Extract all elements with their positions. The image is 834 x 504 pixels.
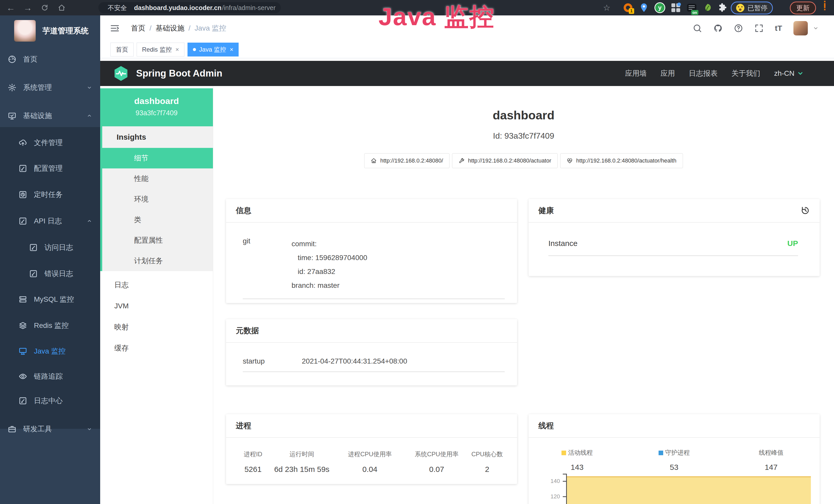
fullscreen-icon[interactable] <box>754 24 764 33</box>
divider <box>243 299 505 299</box>
sba-logo-icon[interactable] <box>112 65 129 82</box>
search-icon[interactable] <box>693 24 702 33</box>
sba-item-classes[interactable]: 类 <box>102 209 213 230</box>
forward-icon[interactable]: → <box>22 0 34 16</box>
sba-content: dashboard Id: 93a3fc7f7409 http://192.16… <box>213 86 834 504</box>
breadcrumb-current: Java 监控 <box>195 23 226 33</box>
sidebar-item-devtools[interactable]: 研发工具 <box>0 417 100 441</box>
infra-monitor-icon <box>8 111 17 120</box>
sba-item-details[interactable]: 细节 <box>102 148 213 168</box>
health-row: Instance UP <box>529 223 820 248</box>
sidebar-item-system[interactable]: 系统管理 <box>0 76 100 99</box>
navbar-actions: tT <box>693 16 818 41</box>
sba-item-caches[interactable]: 缓存 <box>100 338 213 359</box>
sba-nav-wallboard[interactable]: 应用墙 <box>625 69 647 78</box>
back-icon[interactable]: ← <box>5 0 17 16</box>
sidebar-item-redis-monitor[interactable]: Redis 监控 <box>0 314 100 337</box>
hamburger-icon[interactable] <box>110 23 120 33</box>
url-domain: dashboard.yudao.iocoder.cn <box>134 4 221 12</box>
sidebar-item-api-log[interactable]: API 日志 <box>0 209 100 233</box>
sidebar-item-infra[interactable]: 基础设施 <box>0 104 100 128</box>
chevron-down-icon <box>797 70 804 77</box>
schedule-clock-icon <box>19 190 27 199</box>
breadcrumb-infra[interactable]: 基础设施 <box>156 23 184 33</box>
sidebar-item-home[interactable]: 首页 <box>0 47 100 71</box>
extension-pin-icon[interactable] <box>639 3 649 13</box>
close-icon[interactable]: × <box>229 46 233 53</box>
browser-chrome: ← → 不安全 dashboard.yudao.iocoder.cn /infr… <box>0 0 834 16</box>
caret-down-icon[interactable] <box>813 25 818 31</box>
extension-y-icon[interactable]: y <box>655 3 665 13</box>
locale-selector[interactable]: zh-CN <box>774 69 804 77</box>
help-icon[interactable] <box>734 24 743 33</box>
sidebar-item-mysql-monitor[interactable]: MySQL 监控 <box>0 288 100 311</box>
home-icon[interactable] <box>56 0 68 16</box>
chevron-up-icon <box>86 113 92 119</box>
user-avatar[interactable] <box>793 21 808 36</box>
app-logo-row[interactable]: 芋道管理系统 <box>14 19 89 43</box>
edit-square-icon <box>19 217 27 225</box>
home-icon <box>371 158 377 164</box>
tab-redis-monitor[interactable]: Redis 监控 × <box>137 43 184 56</box>
font-size-icon[interactable]: tT <box>775 24 782 32</box>
daemon-threads-value: 53 <box>626 463 723 472</box>
extension-orange-icon[interactable]: 1 <box>623 3 633 13</box>
sba-nav-about[interactable]: 关于我们 <box>731 69 760 78</box>
extension-puzzle-icon[interactable] <box>717 3 728 13</box>
github-icon[interactable] <box>713 24 723 33</box>
sba-sidebar: dashboard 93a3fc7f7409 Insights 细节 性能 环境… <box>100 86 213 504</box>
sidebar-item-access-log[interactable]: 访问日志 <box>0 236 100 259</box>
extension-leaf-icon[interactable] <box>702 3 713 13</box>
threads-card-title: 线程 <box>529 414 820 438</box>
process-card: 进程 进程ID 运行时间 进程CPU使用率 系统CPU使用率 CPU核心数 52… <box>226 414 517 484</box>
reload-icon[interactable] <box>39 0 51 16</box>
sidebar-item-java-monitor[interactable]: Java 监控 <box>0 339 100 363</box>
history-icon[interactable] <box>800 206 810 215</box>
sba-item-metrics[interactable]: 性能 <box>102 168 213 189</box>
sba-item-scheduled[interactable]: 计划任务 <box>102 251 213 271</box>
extension-on-icon[interactable]: on <box>686 3 697 13</box>
active-threads-value: 143 <box>529 463 626 472</box>
status-badge: UP <box>787 239 798 248</box>
sba-nav-applications[interactable]: 应用 <box>661 69 675 78</box>
sba-nav-journal[interactable]: 日志报表 <box>689 69 718 78</box>
threads-legend: 活动线程 守护进程 线程峰值 <box>529 449 820 457</box>
sidebar-item-file-manage[interactable]: 文件管理 <box>0 131 100 155</box>
tab-java-monitor[interactable]: Java 监控 × <box>188 43 239 56</box>
divider <box>243 371 505 372</box>
info-key: git <box>243 237 291 293</box>
axis-tick <box>563 474 566 475</box>
browser-menu-icon[interactable]: ⋮⋮ <box>821 2 826 9</box>
sba-item-jvm[interactable]: JVM <box>100 296 213 317</box>
sba-item-environment[interactable]: 环境 <box>102 189 213 209</box>
threads-card: 线程 活动线程 守护进程 线程峰值 143 53 147 140 120 100 <box>529 414 820 504</box>
sidebar-item-scheduled-tasks[interactable]: 定时任务 <box>0 183 100 206</box>
peak-threads-value: 147 <box>723 463 820 472</box>
sba-item-logs[interactable]: 日志 <box>100 274 213 296</box>
extension-grid-icon[interactable] <box>671 3 681 13</box>
sba-item-config-props[interactable]: 配置属性 <box>102 230 213 251</box>
sidebar-item-trace[interactable]: 链路追踪 <box>0 365 100 388</box>
actuator-url-button[interactable]: http://192.168.0.2:48080/actuator <box>452 153 557 168</box>
sba-brand-title[interactable]: Spring Boot Admin <box>136 68 222 79</box>
close-icon[interactable]: × <box>175 46 179 53</box>
address-bar[interactable]: 不安全 dashboard.yudao.iocoder.cn /infra/ad… <box>98 2 281 13</box>
app-title: 芋道管理系统 <box>42 26 89 36</box>
bookmark-star-icon[interactable]: ☆ <box>600 0 613 16</box>
instance-header[interactable]: dashboard 93a3fc7f7409 <box>100 88 213 126</box>
health-url-button[interactable]: http://192.168.0.2:48080/actuator/health <box>560 153 683 168</box>
sidebar-item-log-center[interactable]: 日志中心 <box>0 389 100 413</box>
tab-home[interactable]: 首页 <box>110 43 134 56</box>
breadcrumb-home[interactable]: 首页 <box>131 23 146 33</box>
update-button[interactable]: 更新 <box>790 2 816 15</box>
health-card: 健康 Instance UP <box>529 199 820 276</box>
sidebar-item-error-log[interactable]: 错误日志 <box>0 262 100 285</box>
service-url-button[interactable]: http://192.168.0.2:48080/ <box>364 153 449 168</box>
info-value: commit: time: 1596289704000 id: 27aa832 … <box>291 237 367 293</box>
sba-item-mappings[interactable]: 映射 <box>100 317 213 338</box>
info-card: 信息 git commit: time: 1596289704000 id: 2… <box>226 199 517 303</box>
profile-paused-pill[interactable]: 已暂停 <box>731 2 773 15</box>
axis-tick <box>563 496 566 497</box>
sidebar-item-config-manage[interactable]: 配置管理 <box>0 157 100 180</box>
security-label[interactable]: 不安全 <box>108 4 127 12</box>
